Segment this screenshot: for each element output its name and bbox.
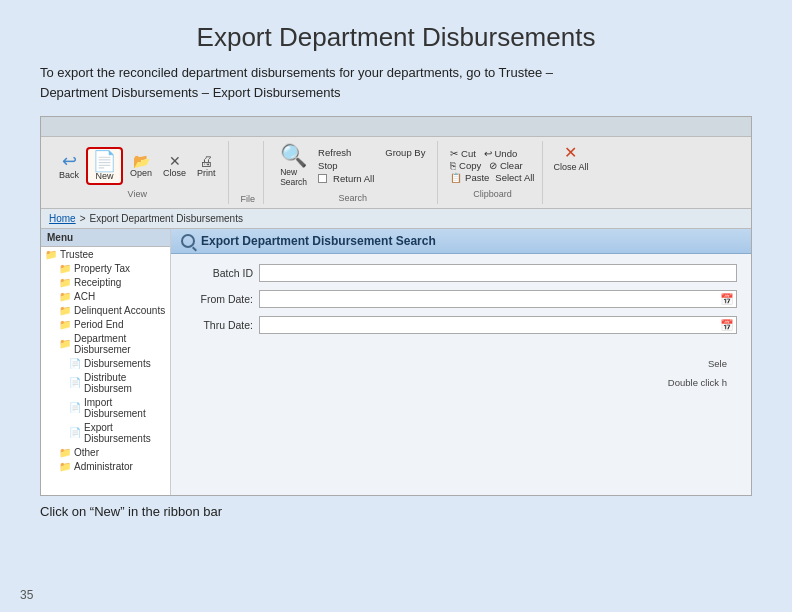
sidebar-item-dept-disb[interactable]: 📁 Department Disbursemer: [41, 331, 170, 356]
right-panel: Export Department Disbursement Search Ba…: [171, 229, 751, 496]
sidebar-item-disbursements[interactable]: 📄 Disbursements: [41, 356, 170, 370]
from-date-row: From Date: 📅: [185, 290, 737, 308]
from-date-icon[interactable]: 📅: [720, 293, 734, 306]
return-all-checkbox[interactable]: [318, 174, 327, 183]
refresh-button[interactable]: Refresh: [318, 147, 351, 158]
panel-title: Export Department Disbursement Search: [201, 234, 436, 248]
thru-date-label: Thru Date:: [185, 319, 253, 331]
ribbon-clipboard-group: ✂ Cut ↩ Undo ⎘ Copy ⊘ Clear 📋 Paste Sele…: [442, 141, 543, 204]
sidebar-item-period-end[interactable]: 📁 Period End: [41, 317, 170, 331]
folder-icon: 📁: [59, 305, 71, 316]
back-button[interactable]: ↩ Back: [55, 150, 83, 182]
hints-area: Sele Double click h: [185, 354, 737, 392]
ribbon-view-group: ↩ Back 📄 New 📂 Open ✕: [47, 141, 229, 204]
double-click-hint: Double click h: [185, 373, 737, 392]
folder-icon: 📁: [59, 338, 71, 349]
caption-text: Click on “New” in the ribbon bar: [40, 504, 752, 519]
batch-id-row: Batch ID: [185, 264, 737, 282]
sidebar-header: Menu: [41, 229, 170, 247]
breadcrumb-current: Export Department Disbursements: [90, 213, 243, 224]
search-label: Search: [338, 193, 367, 203]
batch-id-input[interactable]: [259, 264, 737, 282]
close-all-button[interactable]: ✕ Close All: [547, 141, 594, 204]
ribbon: ↩ Back 📄 New 📂 Open ✕: [41, 137, 751, 209]
print-button[interactable]: 🖨 Print: [193, 152, 220, 180]
select-hint: Sele: [185, 354, 737, 373]
thru-date-input[interactable]: 📅: [259, 316, 737, 334]
stop-button[interactable]: Stop: [318, 160, 338, 171]
doc-icon: 📄: [69, 358, 81, 369]
clear-button[interactable]: ⊘ Clear: [489, 160, 522, 171]
folder-icon: 📁: [59, 263, 71, 274]
folder-icon: 📁: [45, 249, 57, 260]
folder-icon: 📁: [59, 291, 71, 302]
page-number: 35: [20, 588, 33, 602]
return-all-button[interactable]: Return All: [333, 173, 374, 184]
tab-strip: [41, 117, 751, 137]
file-label: File: [241, 194, 256, 204]
stop-row: Stop: [318, 160, 374, 171]
clipboard-label: Clipboard: [473, 189, 512, 199]
main-content: Menu 📁 Trustee 📁 Property Tax 📁 Receipti…: [41, 229, 751, 496]
from-date-input[interactable]: 📅: [259, 290, 737, 308]
copy-button[interactable]: ⎘ Copy: [450, 160, 481, 171]
doc-icon: 📄: [69, 377, 81, 388]
folder-icon: 📁: [59, 277, 71, 288]
view-label: View: [128, 189, 147, 199]
page-title: Export Department Disbursements: [0, 0, 792, 63]
breadcrumb-home[interactable]: Home: [49, 213, 76, 224]
form-area: Batch ID From Date: 📅 Thru Date: 📅: [171, 254, 751, 496]
cut-button[interactable]: ✂ Cut: [450, 148, 475, 159]
panel-title-bar: Export Department Disbursement Search: [171, 229, 751, 254]
batch-id-label: Batch ID: [185, 267, 253, 279]
sidebar: Menu 📁 Trustee 📁 Property Tax 📁 Receipti…: [41, 229, 171, 496]
doc-icon: 📄: [69, 402, 81, 413]
select-all-button[interactable]: Select All: [495, 172, 534, 183]
sidebar-item-trustee[interactable]: 📁 Trustee: [41, 247, 170, 261]
description: To export the reconciled department disb…: [40, 63, 752, 102]
sidebar-item-other[interactable]: 📁 Other: [41, 445, 170, 459]
paste-button[interactable]: 📋 Paste: [450, 172, 489, 183]
folder-icon: 📁: [59, 319, 71, 330]
new-button[interactable]: 📄 New: [86, 147, 123, 185]
close-button[interactable]: ✕ Close: [159, 152, 190, 180]
sidebar-item-import[interactable]: 📄 Import Disbursement: [41, 395, 170, 420]
doc-icon: 📄: [69, 427, 81, 438]
breadcrumb: Home > Export Department Disbursements: [41, 209, 751, 229]
undo-button[interactable]: ↩ Undo: [484, 148, 517, 159]
open-button[interactable]: 📂 Open: [126, 152, 156, 180]
folder-icon: 📁: [59, 447, 71, 458]
refresh-row: Refresh: [318, 147, 374, 158]
thru-date-icon[interactable]: 📅: [720, 319, 734, 332]
group-by-button[interactable]: Group By: [385, 147, 425, 158]
thru-date-row: Thru Date: 📅: [185, 316, 737, 334]
sidebar-item-delinquent[interactable]: 📁 Delinquent Accounts: [41, 303, 170, 317]
from-date-label: From Date:: [185, 293, 253, 305]
ribbon-file-group: File: [233, 141, 265, 204]
new-search-button[interactable]: 🔍 NewSearch: [276, 143, 311, 189]
screenshot-container: ↩ Back 📄 New 📂 Open ✕: [40, 116, 752, 496]
sidebar-item-export[interactable]: 📄 Export Disbursements: [41, 420, 170, 445]
return-all-row: Return All: [318, 173, 374, 184]
sidebar-item-property-tax[interactable]: 📁 Property Tax: [41, 261, 170, 275]
folder-icon: 📁: [59, 461, 71, 472]
sidebar-item-ach[interactable]: 📁 ACH: [41, 289, 170, 303]
sidebar-item-administrator[interactable]: 📁 Administrator: [41, 459, 170, 473]
breadcrumb-separator: >: [80, 213, 86, 224]
ribbon-search-group: 🔍 NewSearch Refresh Stop Return All: [268, 141, 438, 204]
sidebar-item-receipting[interactable]: 📁 Receipting: [41, 275, 170, 289]
sidebar-item-distribute[interactable]: 📄 Distribute Disbursem: [41, 370, 170, 395]
panel-search-icon: [181, 234, 195, 248]
